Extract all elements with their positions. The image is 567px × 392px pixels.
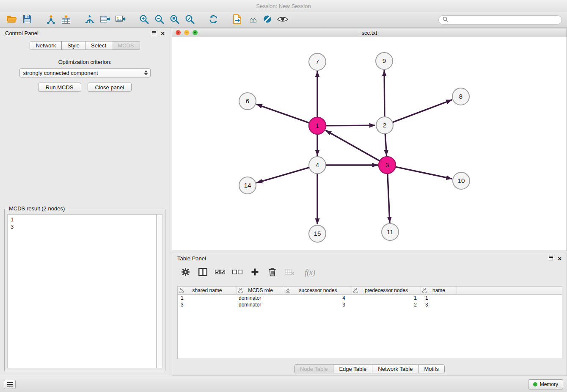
import-table-button[interactable] [58,14,74,26]
node-10[interactable]: 10 [453,172,470,189]
edge-1-2[interactable] [326,125,375,126]
memory-button[interactable]: Memory [528,379,563,389]
checked-boxes-icon [215,269,225,276]
tab-motifs[interactable]: Motifs [418,365,444,373]
result-scrollbar[interactable] [157,214,162,368]
zoom-selected-icon [185,14,195,25]
node-9[interactable]: 9 [376,52,393,69]
node-7[interactable]: 7 [309,53,326,70]
save-session-button[interactable] [19,14,35,26]
export-image-button[interactable] [113,14,128,26]
tab-edge-table[interactable]: Edge Table [333,365,372,373]
svg-text:6: 6 [246,97,249,105]
node-14[interactable]: 14 [239,177,256,194]
search-icon [443,16,448,24]
network-graph-svg[interactable]: 7968124314101511 [172,37,567,251]
table-row[interactable]: 3dominator323 [178,301,562,308]
network-window-titlebar[interactable]: × − + scc.txt [172,28,567,37]
table-cell: 1 [178,295,237,301]
table-panel: Table Panel × f(x) shared nameMCDS roles… [172,253,567,376]
mcds-result-list: 13 [7,214,157,368]
column-header-predecessor-nodes[interactable]: predecessor nodes [352,287,421,294]
node-6[interactable]: 6 [239,93,256,110]
node-1[interactable]: 1 [309,117,326,134]
close-panel-button[interactable]: Close panel [88,83,132,92]
edge-3-1[interactable] [325,130,380,161]
tab-select[interactable]: Select [85,41,112,50]
memory-label: Memory [540,381,558,387]
column-header-mcds-role[interactable]: MCDS role [237,287,284,294]
edge-4-14[interactable] [256,168,309,183]
edge-2-8[interactable] [393,100,452,122]
style-paint-button[interactable] [260,14,275,26]
traffic-lights: × − + [172,30,198,35]
window-titlebar[interactable]: Session: New Session [0,0,567,12]
delete-column-button[interactable] [267,267,278,278]
table-cell: 4 [284,295,352,301]
tab-network[interactable]: Network [30,41,62,50]
column-header-shared-name[interactable]: shared name [178,287,237,294]
node-3[interactable]: 3 [379,157,396,174]
zoom-in-button[interactable] [136,14,151,26]
edge-3-11[interactable] [388,174,390,223]
refresh-layout-button[interactable] [206,14,221,26]
edge-3-10[interactable] [396,167,452,179]
zoom-fit-button[interactable] [167,14,182,26]
home-button[interactable]: ⌂⌂ [245,14,260,26]
paint-icon [263,14,272,25]
select-all-columns-button[interactable] [215,267,226,278]
show-panels-button[interactable] [4,380,16,389]
tab-mcds[interactable]: MCDS [112,41,139,50]
import-network-icon [46,14,56,25]
close-panel-icon[interactable]: × [161,30,165,36]
edge-2-9[interactable] [384,70,385,117]
edge-2-3[interactable] [385,134,386,156]
tab-node-table[interactable]: Node Table [295,365,334,373]
node-11[interactable]: 11 [382,224,399,240]
create-column-button[interactable] [249,267,260,278]
function-builder-button: f(x) [305,268,315,277]
svg-text:9: 9 [383,57,386,64]
export-document-button[interactable] [229,14,245,26]
maximize-window-button[interactable]: + [193,30,198,35]
unselect-all-columns-button[interactable] [232,267,243,278]
node-4[interactable]: 4 [309,157,326,174]
node-8[interactable]: 8 [452,88,469,105]
import-network-button[interactable] [43,14,58,26]
show-graphics-details-button[interactable] [275,14,290,26]
search-input[interactable] [450,17,558,23]
close-window-button[interactable]: × [176,30,181,35]
column-header-successor-nodes[interactable]: successor nodes [284,287,352,294]
zoom-out-button[interactable] [151,14,167,26]
edge-1-6[interactable] [256,104,309,123]
table-row[interactable]: 1dominator411 [178,295,562,301]
svg-text:11: 11 [387,228,394,235]
export-table-button[interactable] [97,14,113,26]
run-mcds-button[interactable]: Run MCDS [38,83,81,92]
close-table-panel-icon[interactable]: × [558,255,561,262]
table-settings-button[interactable] [180,267,191,278]
network-canvas[interactable]: 7968124314101511 [172,37,567,251]
folder-open-icon [6,15,17,25]
float-panel-icon[interactable] [152,31,156,35]
show-columns-button[interactable] [197,267,208,278]
minimize-window-button[interactable]: − [184,30,189,35]
search-box[interactable] [438,15,562,25]
network-share-button[interactable] [82,14,97,26]
node-15[interactable]: 15 [309,225,326,242]
svg-text:4: 4 [316,161,319,168]
svg-text:3: 3 [385,161,389,168]
criterion-dropdown[interactable]: strongly connected component [19,68,151,77]
zoom-selected-button[interactable] [182,14,197,26]
result-line: 3 [11,223,153,230]
tab-network-table[interactable]: Network Table [372,365,418,373]
tab-style[interactable]: Style [62,41,85,50]
open-session-button[interactable] [4,14,19,26]
floppy-icon [23,15,32,25]
memory-status-dot [533,382,537,386]
column-header-name[interactable]: name [421,287,457,294]
node-2[interactable]: 2 [376,117,393,134]
float-table-panel-icon[interactable] [549,257,553,260]
result-line: 1 [11,216,153,223]
network-window-title: scc.txt [172,30,567,36]
